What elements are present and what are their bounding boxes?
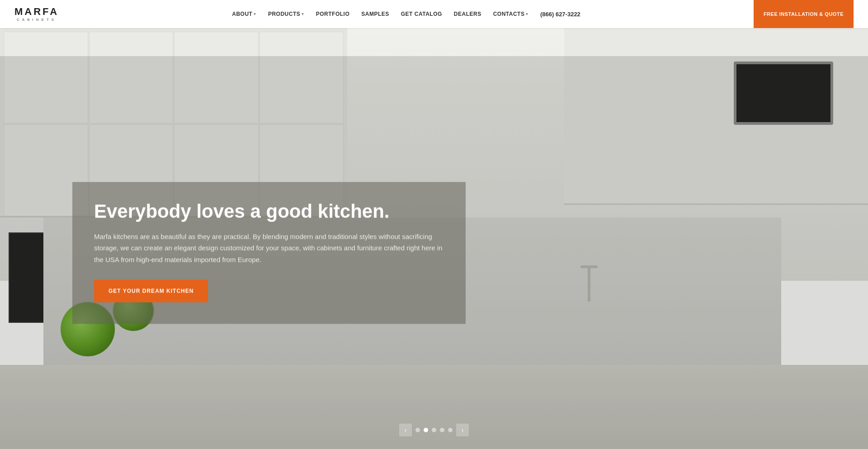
- chevron-down-icon: ▾: [302, 12, 304, 16]
- nav-dealers[interactable]: DEALERS: [449, 7, 486, 21]
- nav-samples[interactable]: SAMPLES: [357, 7, 394, 21]
- slider-controls: ‹ ›: [399, 424, 469, 436]
- header: MARFA CABINETS ABOUT ▾ PRODUCTS ▾ PORTFO…: [0, 0, 868, 28]
- main-nav: ABOUT ▾ PRODUCTS ▾ PORTFOLIO SAMPLES GET…: [227, 7, 585, 21]
- slider-prev-button[interactable]: ‹: [399, 424, 412, 436]
- slider-dot-4[interactable]: [440, 428, 444, 432]
- chevron-down-icon: ▾: [254, 12, 256, 16]
- free-installation-quote-button[interactable]: FREE INSTALLATION & QUOTE: [754, 0, 854, 28]
- slider-next-button[interactable]: ›: [456, 424, 469, 436]
- slider-dot-2[interactable]: [424, 428, 428, 432]
- brand-sub: CABINETS: [14, 18, 59, 22]
- nav-contacts[interactable]: CONTACTS ▾: [489, 7, 533, 21]
- chevron-down-icon: ▾: [526, 12, 528, 16]
- nav-about[interactable]: ABOUT ▾: [227, 7, 261, 21]
- hero-description: Marfa kitchens are as beautiful as they …: [94, 231, 444, 265]
- get-dream-kitchen-button[interactable]: GET YOUR DREAM KITCHEN: [94, 280, 208, 302]
- slider-dot-5[interactable]: [448, 428, 453, 432]
- brand-name: MARFA: [14, 7, 59, 17]
- hero-section: Everybody loves a good kitchen. Marfa ki…: [0, 0, 868, 449]
- hero-title: Everybody loves a good kitchen.: [94, 200, 444, 222]
- phone-number: (866) 627-3222: [536, 7, 585, 21]
- nav-portfolio[interactable]: PORTFOLIO: [311, 7, 354, 21]
- hero-content-box: Everybody loves a good kitchen. Marfa ki…: [72, 182, 466, 324]
- nav-get-catalog[interactable]: GET CATALOG: [396, 7, 447, 21]
- slider-dot-3[interactable]: [432, 428, 436, 432]
- slider-dot-1[interactable]: [415, 428, 420, 432]
- logo[interactable]: MARFA CABINETS: [14, 7, 59, 22]
- nav-products[interactable]: PRODUCTS ▾: [264, 7, 309, 21]
